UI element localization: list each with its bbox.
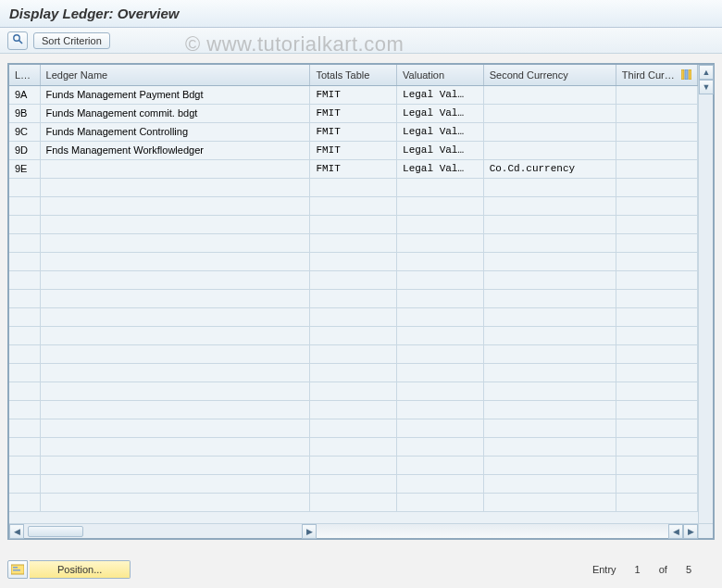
scroll-corner bbox=[698, 523, 713, 538]
table-row[interactable]: 9BFunds Management commit. bdgtFMITLegal… bbox=[9, 104, 698, 122]
table-row-empty[interactable] bbox=[9, 178, 698, 196]
svg-rect-7 bbox=[13, 569, 20, 571]
table-row-empty[interactable] bbox=[9, 289, 698, 307]
table-row-empty[interactable] bbox=[9, 252, 698, 270]
cell-valuation[interactable]: Legal Val… bbox=[397, 104, 484, 122]
table-row-empty[interactable] bbox=[9, 344, 698, 363]
scroll-up-icon[interactable]: ▲ bbox=[699, 65, 714, 80]
col-header-totals[interactable]: Totals Table bbox=[310, 65, 397, 85]
detail-view-button[interactable] bbox=[7, 31, 28, 50]
table-row-empty[interactable] bbox=[9, 382, 698, 400]
table-row-empty[interactable] bbox=[9, 456, 698, 474]
table-row[interactable]: 9EFMITLegal Val…Co.Cd.currency bbox=[9, 159, 698, 178]
entry-of-label: of bbox=[659, 564, 667, 575]
ledger-grid-container: L… Ledger Name Totals Table Valuation Se… bbox=[7, 63, 715, 540]
entry-counter: Entry 1 of 5 bbox=[592, 564, 715, 575]
cell-valuation[interactable]: Legal Val… bbox=[397, 141, 484, 159]
table-settings-icon[interactable] bbox=[681, 69, 691, 80]
position-icon bbox=[7, 560, 28, 579]
magnifier-icon bbox=[12, 33, 23, 47]
scroll-left2-icon[interactable]: ◀ bbox=[668, 524, 683, 539]
svg-rect-2 bbox=[681, 69, 684, 80]
table-row-empty[interactable] bbox=[9, 196, 698, 215]
col-header-third-currency-label: Third Cur… bbox=[622, 69, 675, 81]
sort-criterion-button[interactable]: Sort Criterion bbox=[33, 32, 110, 49]
scroll-left-icon[interactable]: ◀ bbox=[9, 524, 24, 539]
cell-second-currency[interactable]: Co.Cd.currency bbox=[483, 159, 616, 178]
col-header-third-currency[interactable]: Third Cur… bbox=[616, 65, 697, 85]
svg-line-1 bbox=[19, 41, 23, 44]
vscroll-track[interactable] bbox=[699, 94, 713, 523]
position-button-label[interactable]: Position... bbox=[30, 560, 131, 579]
cell-second-currency[interactable] bbox=[483, 85, 616, 104]
table-row-empty[interactable] bbox=[9, 233, 698, 252]
svg-rect-4 bbox=[689, 69, 691, 80]
svg-rect-6 bbox=[13, 567, 18, 569]
cell-third-currency[interactable] bbox=[616, 85, 697, 104]
entry-label: Entry bbox=[592, 564, 616, 575]
cell-totals[interactable]: FMIT bbox=[310, 122, 397, 141]
cell-ledger[interactable]: 9E bbox=[9, 159, 40, 178]
cell-valuation[interactable]: Legal Val… bbox=[397, 159, 484, 178]
table-row-empty[interactable] bbox=[9, 307, 698, 326]
page-title: Display Ledger: Overview bbox=[0, 0, 722, 28]
col-header-name[interactable]: Ledger Name bbox=[40, 65, 310, 85]
col-header-second-currency[interactable]: Second Currency bbox=[483, 65, 616, 85]
cell-name[interactable]: Funds Management commit. bdgt bbox=[40, 104, 310, 122]
cell-name[interactable]: Fnds Management Workflowledger bbox=[40, 141, 310, 159]
cell-name[interactable]: Funds Management Controlling bbox=[40, 122, 310, 141]
toolbar: Sort Criterion bbox=[0, 28, 722, 54]
table-header-row: L… Ledger Name Totals Table Valuation Se… bbox=[9, 65, 698, 85]
cell-third-currency[interactable] bbox=[616, 104, 697, 122]
cell-valuation[interactable]: Legal Val… bbox=[397, 122, 484, 141]
table-row[interactable]: 9AFunds Management Payment BdgtFMITLegal… bbox=[9, 85, 698, 104]
svg-rect-3 bbox=[685, 69, 688, 80]
footer-bar: Position... Entry 1 of 5 bbox=[7, 560, 715, 579]
cell-valuation[interactable]: Legal Val… bbox=[397, 85, 484, 104]
table-row-empty[interactable] bbox=[9, 400, 698, 419]
cell-third-currency[interactable] bbox=[616, 141, 697, 159]
col-header-ledger[interactable]: L… bbox=[9, 65, 40, 85]
scroll-right-split-icon[interactable]: ▶ bbox=[302, 524, 317, 539]
cell-name[interactable]: Funds Management Payment Bdgt bbox=[40, 85, 310, 104]
scroll-right-icon[interactable]: ▶ bbox=[683, 524, 698, 539]
col-header-valuation[interactable]: Valuation bbox=[397, 65, 484, 85]
cell-third-currency[interactable] bbox=[616, 122, 697, 141]
cell-ledger[interactable]: 9B bbox=[9, 104, 40, 122]
cell-totals[interactable]: FMIT bbox=[310, 159, 397, 178]
hscroll-track-left[interactable] bbox=[24, 524, 302, 538]
entry-total: 5 bbox=[686, 564, 691, 575]
cell-totals[interactable]: FMIT bbox=[310, 85, 397, 104]
cell-name[interactable] bbox=[40, 159, 310, 178]
scroll-down-icon[interactable]: ▼ bbox=[699, 80, 714, 94]
table-row-empty[interactable] bbox=[9, 326, 698, 344]
table-row-empty[interactable] bbox=[9, 419, 698, 437]
cell-second-currency[interactable] bbox=[483, 141, 616, 159]
table-row-empty[interactable] bbox=[9, 474, 698, 493]
cell-second-currency[interactable] bbox=[483, 104, 616, 122]
cell-second-currency[interactable] bbox=[483, 122, 616, 141]
vertical-scrollbar[interactable]: ▲ ▼ bbox=[698, 65, 713, 523]
table-row-empty[interactable] bbox=[9, 363, 698, 382]
cell-ledger[interactable]: 9A bbox=[9, 85, 40, 104]
cell-totals[interactable]: FMIT bbox=[310, 141, 397, 159]
table-row-empty[interactable] bbox=[9, 270, 698, 289]
cell-ledger[interactable]: 9D bbox=[9, 141, 40, 159]
table-row-empty[interactable] bbox=[9, 215, 698, 233]
table-row[interactable]: 9CFunds Management ControllingFMITLegal … bbox=[9, 122, 698, 141]
position-button[interactable]: Position... bbox=[7, 560, 131, 579]
hscroll-thumb[interactable] bbox=[28, 526, 83, 537]
table-row-empty[interactable] bbox=[9, 437, 698, 456]
cell-third-currency[interactable] bbox=[616, 159, 697, 178]
horizontal-scrollbar[interactable]: ◀ ▶ ◀ ▶ bbox=[9, 523, 698, 538]
ledger-table: L… Ledger Name Totals Table Valuation Se… bbox=[9, 65, 698, 512]
cell-totals[interactable]: FMIT bbox=[310, 104, 397, 122]
svg-point-0 bbox=[14, 35, 19, 41]
entry-current: 1 bbox=[635, 564, 641, 575]
table-row-empty[interactable] bbox=[9, 493, 698, 511]
cell-ledger[interactable]: 9C bbox=[9, 122, 40, 141]
table-row[interactable]: 9DFnds Management WorkflowledgerFMITLega… bbox=[9, 141, 698, 159]
